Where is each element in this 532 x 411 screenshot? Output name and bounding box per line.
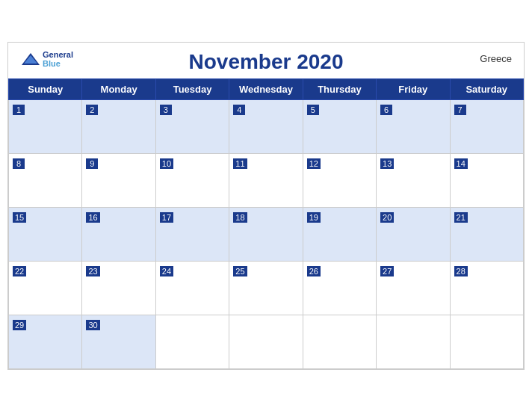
calendar-week-row: 891011121314 [9,153,524,207]
calendar-day-cell: 25 [229,261,303,315]
calendar-container: General Blue November 2020 Greece Sunday… [7,42,525,370]
calendar-day-cell: 2 [82,99,155,153]
calendar-day-cell: 18 [229,207,303,261]
calendar-day-cell: 22 [9,261,82,315]
calendar-day-cell: 11 [229,153,303,207]
header-tuesday: Tuesday [155,78,229,99]
day-number: 8 [13,158,25,169]
calendar-day-cell: 19 [303,207,376,261]
day-number: 3 [160,105,172,115]
calendar-day-cell [377,315,450,368]
calendar-day-cell: 21 [450,207,523,261]
calendar-day-cell: 13 [377,153,450,207]
day-number: 18 [233,212,247,223]
calendar-table: Sunday Monday Tuesday Wednesday Thursday… [8,78,524,369]
day-number: 13 [380,158,394,169]
header-wednesday: Wednesday [229,78,303,99]
day-number: 24 [160,266,173,276]
day-number: 6 [380,105,392,115]
weekday-header-row: Sunday Monday Tuesday Wednesday Thursday… [9,78,524,99]
calendar-day-cell: 10 [155,153,229,207]
day-number: 17 [160,212,173,223]
day-number: 10 [160,158,173,169]
calendar-day-cell: 20 [377,207,450,261]
calendar-week-row: 1234567 [9,99,524,153]
header-monday: Monday [82,78,155,99]
brand-name-blue: Blue [43,59,73,68]
calendar-day-cell [155,315,229,368]
calendar-week-row: 22232425262728 [9,261,524,315]
day-number: 26 [307,266,321,276]
day-number: 30 [86,320,99,330]
day-number: 21 [454,212,468,223]
calendar-week-row: 2930 [9,315,524,368]
calendar-day-cell: 28 [450,261,523,315]
day-number: 22 [13,266,26,276]
day-number: 28 [454,266,468,276]
day-number: 1 [13,105,25,115]
calendar-day-cell: 29 [9,315,82,368]
day-number: 16 [86,212,99,223]
calendar-day-cell: 3 [155,99,229,153]
calendar-day-cell: 23 [82,261,155,315]
brand-icon [20,52,41,67]
day-number: 5 [307,105,319,115]
day-number: 14 [454,158,468,169]
country-label: Greece [480,53,512,64]
calendar-day-cell: 5 [303,99,376,153]
calendar-day-cell: 12 [303,153,376,207]
calendar-day-cell: 15 [9,207,82,261]
calendar-day-cell: 24 [155,261,229,315]
header-saturday: Saturday [450,78,523,99]
calendar-week-row: 15161718192021 [9,207,524,261]
header-friday: Friday [377,78,450,99]
calendar-day-cell: 17 [155,207,229,261]
day-number: 11 [233,158,247,169]
day-number: 4 [233,105,245,115]
calendar-day-cell: 26 [303,261,376,315]
calendar-day-cell [450,315,523,368]
calendar-day-cell: 6 [377,99,450,153]
calendar-title: November 2020 [20,50,512,74]
day-number: 7 [454,105,466,115]
day-number: 23 [86,266,99,276]
calendar-day-cell: 16 [82,207,155,261]
day-number: 2 [86,105,98,115]
calendar-day-cell: 27 [377,261,450,315]
day-number: 12 [307,158,321,169]
calendar-day-cell [303,315,376,368]
calendar-day-cell: 8 [9,153,82,207]
calendar-header: General Blue November 2020 Greece [8,43,524,78]
calendar-day-cell [229,315,303,368]
calendar-day-cell: 14 [450,153,523,207]
day-number: 25 [233,266,247,276]
day-number: 20 [380,212,394,223]
day-number: 15 [13,212,26,223]
header-thursday: Thursday [303,78,376,99]
day-number: 27 [380,266,394,276]
calendar-day-cell: 30 [82,315,155,368]
calendar-day-cell: 4 [229,99,303,153]
day-number: 29 [13,320,26,330]
calendar-day-cell: 9 [82,153,155,207]
calendar-day-cell: 7 [450,99,523,153]
day-number: 19 [307,212,321,223]
calendar-day-cell: 1 [9,99,82,153]
header-sunday: Sunday [9,78,82,99]
brand-name-general: General [43,50,73,59]
day-number: 9 [86,158,98,169]
brand-logo-area: General Blue [20,50,73,68]
